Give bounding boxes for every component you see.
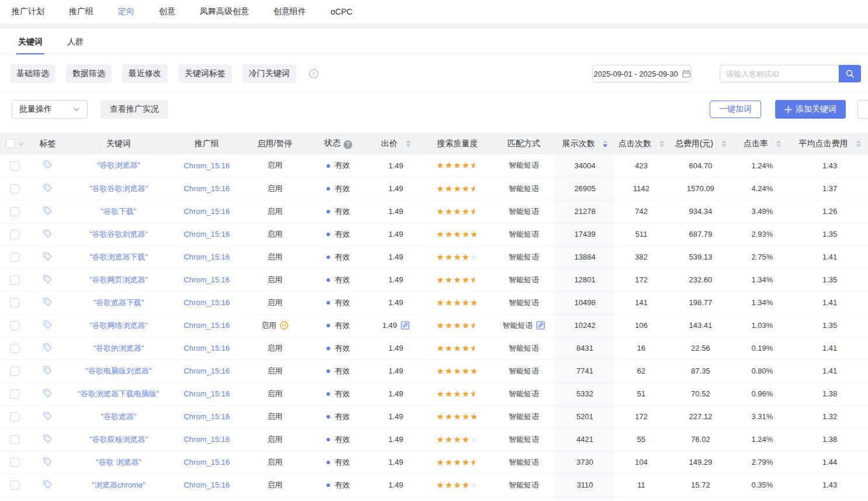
- keyword-link[interactable]: "谷歌谷歌浏览器": [89, 184, 148, 193]
- keyword-link[interactable]: "浏览器chrome": [92, 481, 145, 489]
- enable-toggle[interactable]: 启用: [268, 458, 283, 467]
- enable-toggle[interactable]: 启用: [268, 184, 283, 193]
- keyword-link[interactable]: "谷歌览器下载": [93, 298, 144, 307]
- tag-icon[interactable]: [43, 297, 53, 307]
- select-all-checkbox[interactable]: [6, 139, 15, 148]
- row-checkbox[interactable]: [10, 184, 19, 194]
- row-checkbox[interactable]: [10, 230, 19, 239]
- row-checkbox[interactable]: [10, 275, 19, 285]
- enable-toggle[interactable]: 启用: [268, 389, 283, 398]
- group-link[interactable]: Chrom_15:16: [183, 321, 230, 330]
- row-checkbox[interactable]: [10, 253, 19, 262]
- group-link[interactable]: Chrom_15:16: [183, 481, 230, 489]
- row-checkbox[interactable]: [10, 161, 19, 171]
- group-link[interactable]: Chrom_15:16: [183, 412, 230, 421]
- group-link[interactable]: Chrom_15:16: [183, 253, 230, 261]
- keyword-link[interactable]: "谷歌的浏览器": [93, 344, 144, 353]
- nav-item-targeting[interactable]: 定向: [118, 6, 134, 17]
- group-link[interactable]: Chrom_15:16: [183, 367, 230, 375]
- clipped-edge-button[interactable]: [857, 100, 868, 119]
- row-checkbox[interactable]: [10, 389, 19, 399]
- tag-icon[interactable]: [43, 479, 53, 489]
- keyword-link[interactable]: "谷歌览器": [100, 412, 136, 421]
- header-cost-sort[interactable]: 总费用(元): [668, 133, 733, 154]
- nav-item-promo-group[interactable]: 推广组: [69, 6, 93, 17]
- select-dropdown-chevron-icon[interactable]: [18, 142, 24, 146]
- keyword-link[interactable]: "谷歌浏览器下载": [89, 253, 148, 261]
- header-ctr-sort[interactable]: 点击率: [733, 133, 792, 154]
- enable-toggle[interactable]: 启用: [268, 161, 283, 170]
- enable-toggle[interactable]: 启用: [268, 275, 283, 284]
- keyword-link[interactable]: "谷歌浏览器下载电脑版": [78, 389, 159, 398]
- keyword-link[interactable]: "谷歌谷歌刘览器": [89, 230, 148, 239]
- view-live-button[interactable]: 查看推广实况: [100, 100, 168, 119]
- filter-chip-basic[interactable]: 基础筛选: [10, 64, 55, 83]
- row-checkbox[interactable]: [10, 435, 19, 444]
- search-input[interactable]: [720, 65, 839, 82]
- enable-toggle[interactable]: 启用: [268, 344, 283, 353]
- row-checkbox[interactable]: [10, 207, 19, 216]
- enable-toggle[interactable]: 启用: [268, 230, 283, 239]
- tab-keywords[interactable]: 关键词: [16, 37, 44, 54]
- tag-icon[interactable]: [43, 274, 53, 284]
- row-checkbox[interactable]: [10, 481, 19, 490]
- enable-toggle[interactable]: 启用: [268, 481, 283, 489]
- group-link[interactable]: Chrom_15:16: [183, 298, 230, 307]
- row-checkbox[interactable]: [10, 298, 19, 307]
- row-checkbox[interactable]: [10, 321, 19, 330]
- bid-edit-icon[interactable]: [401, 321, 409, 330]
- nav-item-creative-component[interactable]: 创意组件: [273, 6, 306, 17]
- nav-item-ocpc[interactable]: oCPC: [331, 7, 352, 16]
- header-bid-sort[interactable]: 出价: [369, 133, 422, 154]
- row-checkbox[interactable]: [10, 412, 19, 421]
- keyword-link[interactable]: "谷歌网页浏览器": [89, 275, 148, 284]
- keyword-link[interactable]: "谷歌电脑版刘览器": [85, 367, 151, 375]
- tag-icon[interactable]: [43, 343, 53, 353]
- row-checkbox[interactable]: [10, 367, 19, 376]
- tag-icon[interactable]: [43, 320, 53, 330]
- group-link[interactable]: Chrom_15:16: [183, 389, 230, 398]
- info-icon[interactable]: !: [309, 69, 318, 78]
- keyword-link[interactable]: "谷歌浏览器": [97, 161, 140, 170]
- group-link[interactable]: Chrom_15:16: [183, 435, 230, 444]
- match-edit-icon[interactable]: [536, 321, 545, 330]
- tag-icon[interactable]: [43, 160, 53, 170]
- nav-item-creative[interactable]: 创意: [159, 6, 175, 17]
- header-select-all[interactable]: [0, 133, 29, 154]
- enable-toggle[interactable]: 启用: [268, 207, 283, 216]
- tag-icon[interactable]: [43, 388, 53, 398]
- tab-audience[interactable]: 人群: [65, 37, 85, 54]
- enable-toggle[interactable]: 启用: [268, 435, 283, 444]
- tag-icon[interactable]: [43, 251, 53, 261]
- enable-toggle[interactable]: 启用: [268, 412, 283, 421]
- group-link[interactable]: Chrom_15:16: [183, 275, 230, 284]
- tag-icon[interactable]: [43, 457, 53, 467]
- header-impressions-sort[interactable]: 展示次数: [555, 133, 614, 154]
- group-link[interactable]: Chrom_15:16: [183, 230, 230, 239]
- enable-toggle[interactable]: 启用: [268, 253, 283, 261]
- tag-icon[interactable]: [43, 183, 53, 193]
- nav-item-fengwu-creative[interactable]: 凤舞高级创意: [200, 6, 249, 17]
- status-help-icon[interactable]: ?: [343, 140, 352, 149]
- tag-icon[interactable]: [43, 434, 53, 444]
- enable-toggle[interactable]: 启用: [261, 321, 276, 330]
- tag-icon[interactable]: [43, 206, 53, 216]
- group-link[interactable]: Chrom_15:16: [183, 458, 230, 467]
- tag-icon[interactable]: [43, 229, 53, 239]
- group-link[interactable]: Chrom_15:16: [183, 161, 230, 170]
- add-keyword-button[interactable]: 添加关键词: [775, 100, 846, 119]
- group-link[interactable]: Chrom_15:16: [183, 207, 230, 216]
- enable-toggle[interactable]: 启用: [268, 298, 283, 307]
- row-checkbox[interactable]: [10, 458, 19, 467]
- keyword-link[interactable]: "谷歌下载": [100, 207, 136, 216]
- row-checkbox[interactable]: [10, 344, 19, 353]
- filter-chip-cold-keyword[interactable]: 冷门关键词: [242, 64, 296, 83]
- bulk-actions-select[interactable]: 批量操作: [12, 100, 88, 119]
- header-clicks-sort[interactable]: 点击次数: [614, 133, 668, 154]
- tag-icon[interactable]: [43, 411, 53, 421]
- keyword-link[interactable]: "谷歌 浏览器": [96, 458, 141, 467]
- filter-chip-keyword-tag[interactable]: 关键词标签: [178, 64, 232, 83]
- filter-chip-data[interactable]: 数据筛选: [66, 64, 112, 83]
- enable-toggle[interactable]: 启用: [268, 367, 283, 375]
- keyword-link[interactable]: "谷歌双核浏览器": [89, 435, 148, 444]
